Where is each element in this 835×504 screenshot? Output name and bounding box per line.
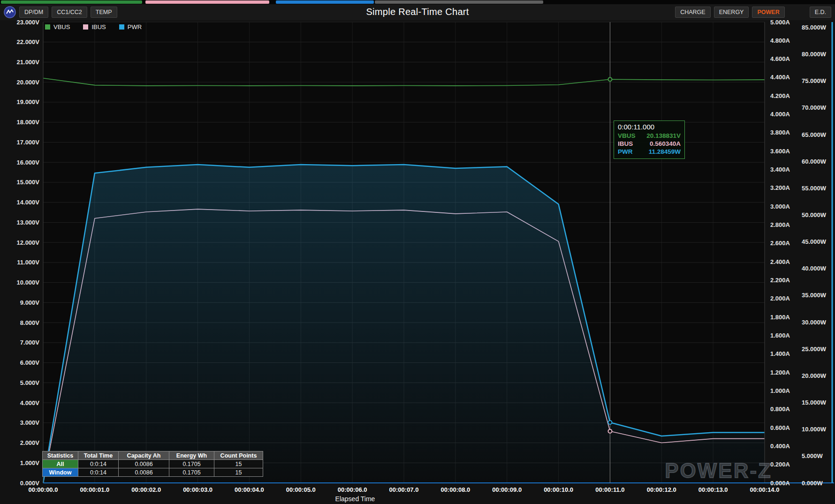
voltage-tick-label: 4.000V xyxy=(20,399,40,406)
current-tick-label: 1.800A xyxy=(770,314,790,321)
voltage-tick-label: 6.000V xyxy=(20,359,40,366)
x-tick-label: 00:00:02.0 xyxy=(131,486,161,493)
current-tick-label: 0.000A xyxy=(770,480,790,487)
power-button[interactable]: POWER xyxy=(752,7,784,18)
app-logo-icon[interactable] xyxy=(4,6,16,18)
current-tick-label: 2.400A xyxy=(770,258,790,265)
legend-label-pwr: PWR xyxy=(128,23,142,30)
voltage-tick-label: 8.000V xyxy=(20,319,40,326)
legend-item-vbus[interactable]: VBUS xyxy=(45,23,70,30)
current-tick-label: 3.400A xyxy=(770,166,790,173)
cursor-marker-pwr xyxy=(608,421,612,424)
current-tick-label: 2.600A xyxy=(770,240,790,247)
statistics-table: Statistics Total Time Capacity Ah Energy… xyxy=(42,451,263,477)
chart-legend: VBUS IBUS PWR xyxy=(45,23,142,30)
chart-canvas[interactable]: 23.000V22.000V21.000V20.000V19.000V18.00… xyxy=(0,0,835,504)
stats-all-capacity: 0.0086 xyxy=(119,460,169,468)
power-tick-label: 55.000W xyxy=(802,185,827,192)
voltage-tick-label: 0.000V xyxy=(20,480,40,487)
legend-item-ibus[interactable]: IBUS xyxy=(83,23,106,30)
stats-all-energy: 0.1705 xyxy=(169,460,214,468)
voltage-tick-label: 12.000V xyxy=(17,239,40,246)
x-tick-label: 00:00:08.0 xyxy=(440,486,470,493)
tab-cc1cc2[interactable]: CC1/CC2 xyxy=(52,7,87,18)
voltage-tick-label: 5.000V xyxy=(20,379,40,386)
strip-segment-gray xyxy=(375,0,543,4)
current-tick-label: 3.800A xyxy=(770,129,790,136)
power-tick-label: 10.000W xyxy=(802,426,827,433)
stats-header-capacity: Capacity Ah xyxy=(119,451,169,460)
tooltip-vbus-label: VBUS xyxy=(618,132,636,140)
x-tick-label: 00:00:01.0 xyxy=(80,486,109,493)
current-tick-label: 1.400A xyxy=(770,350,790,357)
tooltip-time: 0:00:11.000 xyxy=(618,123,681,131)
tooltip-row-pwr: PWR 11.28459W xyxy=(618,148,681,156)
tab-dpdm[interactable]: DP/DM xyxy=(19,7,48,18)
header-right-buttons: CHARGE ENERGY POWER E.D. xyxy=(675,7,831,18)
voltage-tick-label: 14.000V xyxy=(17,199,40,206)
stats-row-window: Window 0:0:14 0.0086 0.1705 15 xyxy=(43,468,263,477)
voltage-tick-label: 3.000V xyxy=(20,419,40,426)
stats-window-count: 15 xyxy=(214,468,263,477)
power-tick-label: 80.000W xyxy=(802,51,827,58)
current-tick-label: 3.600A xyxy=(770,148,790,155)
x-tick-label: 00:00:04.0 xyxy=(235,486,264,493)
current-tick-label: 0.800A xyxy=(770,406,790,413)
energy-button[interactable]: ENERGY xyxy=(714,7,749,18)
stats-header-count: Count Points xyxy=(214,451,263,460)
current-tick-label: 2.800A xyxy=(770,221,790,228)
power-tick-label: 50.000W xyxy=(802,211,827,218)
current-tick-label: 3.200A xyxy=(770,184,790,191)
x-tick-label: 00:00:11.0 xyxy=(595,486,624,493)
current-tick-label: 4.000A xyxy=(770,111,790,118)
voltage-tick-label: 10.000V xyxy=(17,279,40,286)
x-tick-label: 00:00:14.0 xyxy=(750,486,780,493)
x-tick-label: 00:00:10.0 xyxy=(544,486,573,493)
stats-window-energy: 0.1705 xyxy=(169,468,214,477)
legend-item-pwr[interactable]: PWR xyxy=(119,23,142,30)
strip-segment-pink xyxy=(145,0,269,4)
header-bar: DP/DM CC1/CC2 TEMP Simple Real-Time Char… xyxy=(0,4,835,20)
ed-button[interactable]: E.D. xyxy=(810,7,831,18)
stats-window-toggle[interactable]: Window xyxy=(43,468,78,477)
tooltip-ibus-label: IBUS xyxy=(618,140,633,148)
stats-row-all: All 0:0:14 0.0086 0.1705 15 xyxy=(43,460,263,468)
current-tick-label: 0.200A xyxy=(770,461,790,468)
page-title: Simple Real-Time Chart xyxy=(366,7,469,17)
power-tick-label: 65.000W xyxy=(802,131,827,138)
stats-all-count: 15 xyxy=(214,460,263,468)
voltage-tick-label: 11.000V xyxy=(17,259,39,266)
voltage-tick-label: 20.000V xyxy=(17,79,40,86)
x-tick-label: 00:00:09.0 xyxy=(492,486,522,493)
voltage-tick-label: 9.000V xyxy=(20,299,40,306)
charge-button[interactable]: CHARGE xyxy=(675,7,710,18)
power-tick-label: 20.000W xyxy=(802,372,827,379)
top-strip xyxy=(0,0,835,4)
current-tick-label: 2.200A xyxy=(770,277,790,284)
voltage-tick-label: 15.000V xyxy=(17,179,40,186)
tooltip-ibus-value: 0.560340A xyxy=(650,140,681,148)
power-tick-label: 75.000W xyxy=(802,77,827,84)
legend-label-ibus: IBUS xyxy=(91,23,106,30)
tooltip-pwr-value: 11.28459W xyxy=(649,148,681,156)
cursor-tooltip: 0:00:11.000 VBUS 20.138831V IBUS 0.56034… xyxy=(614,120,685,159)
voltage-tick-label: 13.000V xyxy=(17,219,40,226)
power-tick-label: 45.000W xyxy=(802,238,827,245)
tab-temp[interactable]: TEMP xyxy=(91,7,117,18)
x-tick-label: 00:00:12.0 xyxy=(647,486,676,493)
stats-header-row: Statistics Total Time Capacity Ah Energy… xyxy=(43,451,263,460)
current-tick-label: 0.600A xyxy=(770,424,790,431)
power-tick-label: 60.000W xyxy=(802,158,827,165)
voltage-tick-label: 22.000V xyxy=(17,38,40,45)
strip-segment-green xyxy=(1,0,142,4)
current-tick-label: 1.600A xyxy=(770,332,790,339)
stats-header-total-time: Total Time xyxy=(78,451,119,460)
power-tick-label: 40.000W xyxy=(802,265,827,272)
current-tick-label: 4.400A xyxy=(770,74,790,81)
current-tick-label: 0.400A xyxy=(770,443,790,450)
stats-all-toggle[interactable]: All xyxy=(43,460,78,468)
current-tick-label: 1.000A xyxy=(770,387,790,394)
pwr-swatch-icon xyxy=(119,24,124,30)
stats-all-total-time: 0:0:14 xyxy=(78,460,119,468)
x-tick-label: 00:00:03.0 xyxy=(183,486,213,493)
